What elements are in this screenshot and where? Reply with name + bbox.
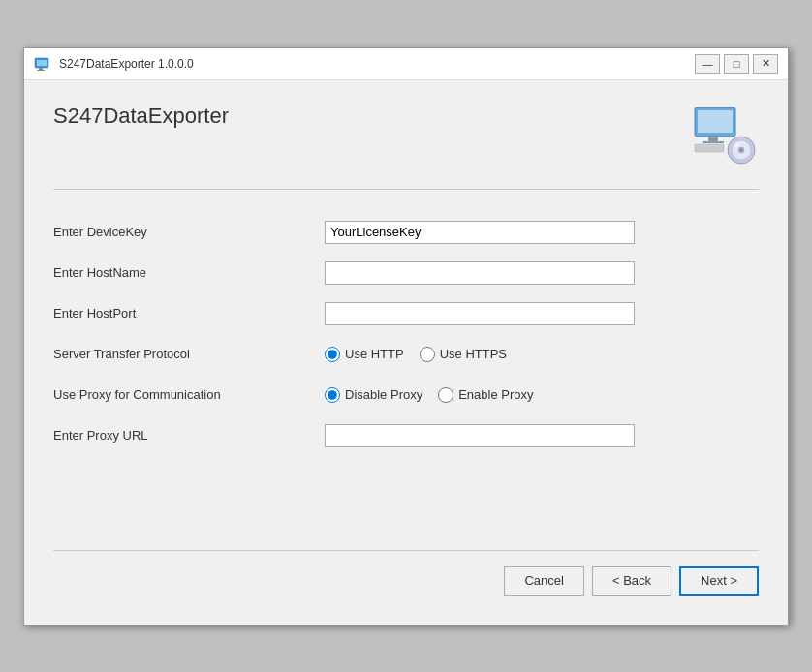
use-https-label: Use HTTPS bbox=[440, 347, 507, 361]
hostport-row: Enter HostPort bbox=[53, 300, 759, 327]
svg-rect-7 bbox=[703, 141, 724, 143]
protocol-label: Server Transfer Protocol bbox=[53, 347, 325, 361]
form-area: Enter DeviceKey Enter HostName Enter Hos… bbox=[53, 209, 759, 473]
close-button[interactable]: ✕ bbox=[753, 54, 778, 74]
footer-area: Cancel < Back Next > bbox=[53, 550, 759, 605]
minimize-button[interactable]: — bbox=[695, 54, 720, 74]
use-https-option[interactable]: Use HTTPS bbox=[420, 347, 507, 362]
cancel-button[interactable]: Cancel bbox=[504, 566, 583, 596]
content-area: S247DataExporter bbox=[24, 80, 788, 625]
maximize-button[interactable]: □ bbox=[724, 54, 749, 74]
svg-rect-1 bbox=[37, 60, 47, 66]
header-divider bbox=[53, 189, 759, 190]
titlebar-controls: — □ ✕ bbox=[695, 54, 778, 74]
header-icon bbox=[691, 102, 757, 168]
app-title: S247DataExporter bbox=[53, 104, 229, 129]
app-icon-area bbox=[689, 100, 759, 169]
proxy-label: Use Proxy for Communication bbox=[53, 387, 325, 402]
svg-point-12 bbox=[740, 148, 743, 151]
proxy-row: Use Proxy for Communication Disable Prox… bbox=[53, 382, 759, 409]
svg-rect-3 bbox=[37, 70, 45, 71]
back-button[interactable]: < Back bbox=[592, 566, 671, 596]
app-header: S247DataExporter bbox=[53, 100, 759, 169]
use-http-radio[interactable] bbox=[325, 347, 340, 362]
proxy-url-row: Enter Proxy URL bbox=[53, 422, 759, 449]
main-window: S247DataExporter 1.0.0.0 — □ ✕ S247DataE… bbox=[23, 47, 789, 626]
use-http-label: Use HTTP bbox=[345, 347, 404, 361]
svg-rect-5 bbox=[698, 110, 733, 133]
app-icon bbox=[34, 55, 51, 73]
enable-proxy-radio[interactable] bbox=[438, 387, 453, 403]
next-button[interactable]: Next > bbox=[679, 566, 759, 596]
hostport-label: Enter HostPort bbox=[53, 306, 325, 321]
proxy-radio-group: Disable Proxy Enable Proxy bbox=[325, 387, 534, 403]
device-key-label: Enter DeviceKey bbox=[53, 225, 325, 239]
hostname-label: Enter HostName bbox=[53, 265, 325, 280]
protocol-radio-group: Use HTTP Use HTTPS bbox=[325, 347, 507, 362]
disable-proxy-radio[interactable] bbox=[325, 387, 340, 403]
enable-proxy-label: Enable Proxy bbox=[458, 387, 533, 402]
hostname-row: Enter HostName bbox=[53, 260, 759, 287]
protocol-row: Server Transfer Protocol Use HTTP Use HT… bbox=[53, 341, 759, 368]
hostport-input[interactable] bbox=[325, 302, 635, 325]
device-key-input[interactable] bbox=[325, 221, 635, 244]
use-https-radio[interactable] bbox=[420, 347, 435, 362]
proxy-url-label: Enter Proxy URL bbox=[53, 428, 325, 443]
titlebar-title: S247DataExporter 1.0.0.0 bbox=[59, 57, 687, 71]
disable-proxy-option[interactable]: Disable Proxy bbox=[325, 387, 422, 403]
use-http-option[interactable]: Use HTTP bbox=[325, 347, 404, 362]
svg-rect-6 bbox=[708, 137, 718, 141]
disable-proxy-label: Disable Proxy bbox=[345, 387, 422, 402]
hostname-input[interactable] bbox=[325, 261, 635, 285]
enable-proxy-option[interactable]: Enable Proxy bbox=[438, 387, 533, 403]
svg-rect-8 bbox=[695, 144, 724, 152]
titlebar: S247DataExporter 1.0.0.0 — □ ✕ bbox=[24, 48, 788, 80]
device-key-row: Enter DeviceKey bbox=[53, 219, 759, 246]
svg-rect-2 bbox=[39, 68, 43, 70]
proxy-url-input[interactable] bbox=[325, 424, 635, 447]
